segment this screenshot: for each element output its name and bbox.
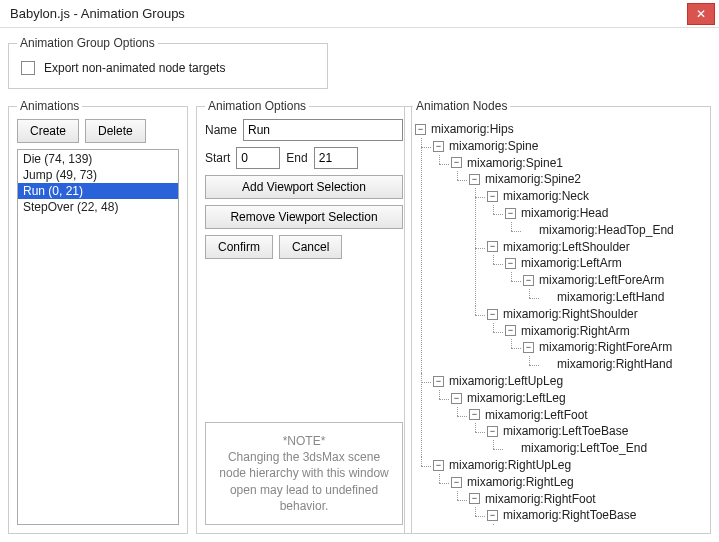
animations-legend: Animations	[17, 99, 82, 113]
tree-collapse-icon[interactable]: −	[469, 174, 480, 185]
tree-node-label[interactable]: mixamorig:RightLeg	[467, 474, 574, 491]
tree-node-label[interactable]: mixamorig:RightHand	[557, 356, 672, 373]
export-nonanimated-checkbox[interactable]	[21, 61, 35, 75]
end-label: End	[286, 151, 307, 165]
window-title: Babylon.js - Animation Groups	[10, 6, 687, 21]
list-item[interactable]: StepOver (22, 48)	[18, 199, 178, 215]
tree-node-label[interactable]: mixamorig:LeftToe_End	[521, 440, 647, 457]
options-column: Animation Options Name Start End Add Vie…	[196, 99, 396, 534]
animation-nodes-tree[interactable]: −mixamorig:Hips−mixamorig:Spine−mixamori…	[413, 119, 702, 525]
tree-node-label[interactable]: mixamorig:Spine1	[467, 155, 563, 172]
tree-node-label[interactable]: mixamorig:LeftFoot	[485, 407, 588, 424]
name-label: Name	[205, 123, 237, 137]
tree-node-label[interactable]: mixamorig:RightToe_End	[521, 524, 655, 525]
tree-node-label[interactable]: mixamorig:RightArm	[521, 323, 630, 340]
tree-node-label[interactable]: mixamorig:Hips	[431, 121, 514, 138]
end-input[interactable]	[314, 147, 358, 169]
tree-collapse-icon[interactable]: −	[487, 309, 498, 320]
columns: Animations Create Delete Die (74, 139)Ju…	[8, 99, 711, 534]
export-checkbox-row: Export non-animated node targets	[17, 56, 319, 80]
tree-node-label[interactable]: mixamorig:LeftHand	[557, 289, 664, 306]
tree-collapse-icon[interactable]: −	[505, 325, 516, 336]
tree-node-label[interactable]: mixamorig:LeftLeg	[467, 390, 566, 407]
content: Animation Group Options Export non-anima…	[0, 28, 719, 542]
tree-node-label[interactable]: mixamorig:RightForeArm	[539, 339, 672, 356]
tree-collapse-icon[interactable]: −	[523, 275, 534, 286]
remove-viewport-button[interactable]: Remove Viewport Selection	[205, 205, 403, 229]
tree-node-label[interactable]: mixamorig:LeftForeArm	[539, 272, 664, 289]
animations-column: Animations Create Delete Die (74, 139)Ju…	[8, 99, 188, 534]
tree-collapse-icon[interactable]: −	[487, 191, 498, 202]
tree-node-label[interactable]: mixamorig:LeftArm	[521, 255, 622, 272]
tree-node-label[interactable]: mixamorig:LeftShoulder	[503, 239, 630, 256]
animation-options-box: Animation Options Name Start End Add Vie…	[196, 99, 412, 534]
tree-collapse-icon[interactable]: −	[451, 157, 462, 168]
tree-collapse-icon[interactable]: −	[415, 124, 426, 135]
tree-collapse-icon[interactable]: −	[469, 409, 480, 420]
tree-collapse-icon[interactable]: −	[451, 477, 462, 488]
tree-collapse-icon[interactable]: −	[523, 342, 534, 353]
close-icon: ✕	[696, 7, 706, 21]
tree-collapse-icon[interactable]: −	[505, 258, 516, 269]
note-title: *NOTE*	[214, 433, 394, 449]
tree-node-label[interactable]: mixamorig:HeadTop_End	[539, 222, 674, 239]
tree-node-label[interactable]: mixamorig:LeftToeBase	[503, 423, 628, 440]
tree-node-label[interactable]: mixamorig:Neck	[503, 188, 589, 205]
add-viewport-button[interactable]: Add Viewport Selection	[205, 175, 403, 199]
name-input[interactable]	[243, 119, 403, 141]
title-bar: Babylon.js - Animation Groups ✕	[0, 0, 719, 28]
note-body: Changing the 3dsMax scene node hierarchy…	[214, 449, 394, 514]
group-options-box: Animation Group Options Export non-anima…	[8, 36, 328, 89]
close-button[interactable]: ✕	[687, 3, 715, 25]
tree-node-label[interactable]: mixamorig:RightFoot	[485, 491, 596, 508]
delete-button[interactable]: Delete	[85, 119, 146, 143]
confirm-button[interactable]: Confirm	[205, 235, 273, 259]
start-input[interactable]	[236, 147, 280, 169]
tree-node-label[interactable]: mixamorig:Head	[521, 205, 608, 222]
tree-collapse-icon[interactable]: −	[487, 510, 498, 521]
tree-node-label[interactable]: mixamorig:Spine2	[485, 171, 581, 188]
animations-box: Animations Create Delete Die (74, 139)Ju…	[8, 99, 188, 534]
nodes-column: Animation Nodes −mixamorig:Hips−mixamori…	[404, 99, 711, 534]
tree-node-label[interactable]: mixamorig:RightToeBase	[503, 507, 636, 524]
tree-collapse-icon[interactable]: −	[451, 393, 462, 404]
cancel-button[interactable]: Cancel	[279, 235, 342, 259]
list-item[interactable]: Run (0, 21)	[18, 183, 178, 199]
start-label: Start	[205, 151, 230, 165]
export-nonanimated-label: Export non-animated node targets	[44, 61, 225, 75]
animations-list[interactable]: Die (74, 139)Jump (49, 73)Run (0, 21)Ste…	[17, 149, 179, 525]
tree-node-label[interactable]: mixamorig:RightShoulder	[503, 306, 638, 323]
tree-node-label[interactable]: mixamorig:RightUpLeg	[449, 457, 571, 474]
tree-collapse-icon[interactable]: −	[433, 376, 444, 387]
tree-node-label[interactable]: mixamorig:LeftUpLeg	[449, 373, 563, 390]
tree-node-label[interactable]: mixamorig:Spine	[449, 138, 538, 155]
tree-collapse-icon[interactable]: −	[469, 493, 480, 504]
tree-collapse-icon[interactable]: −	[487, 426, 498, 437]
group-options-legend: Animation Group Options	[17, 36, 158, 50]
create-button[interactable]: Create	[17, 119, 79, 143]
tree-collapse-icon[interactable]: −	[505, 208, 516, 219]
list-item[interactable]: Die (74, 139)	[18, 151, 178, 167]
tree-collapse-icon[interactable]: −	[433, 460, 444, 471]
tree-collapse-icon[interactable]: −	[433, 141, 444, 152]
list-item[interactable]: Jump (49, 73)	[18, 167, 178, 183]
animation-options-legend: Animation Options	[205, 99, 309, 113]
animation-nodes-box: Animation Nodes −mixamorig:Hips−mixamori…	[404, 99, 711, 534]
animation-nodes-legend: Animation Nodes	[413, 99, 510, 113]
note-box: *NOTE* Changing the 3dsMax scene node hi…	[205, 422, 403, 525]
tree-collapse-icon[interactable]: −	[487, 241, 498, 252]
